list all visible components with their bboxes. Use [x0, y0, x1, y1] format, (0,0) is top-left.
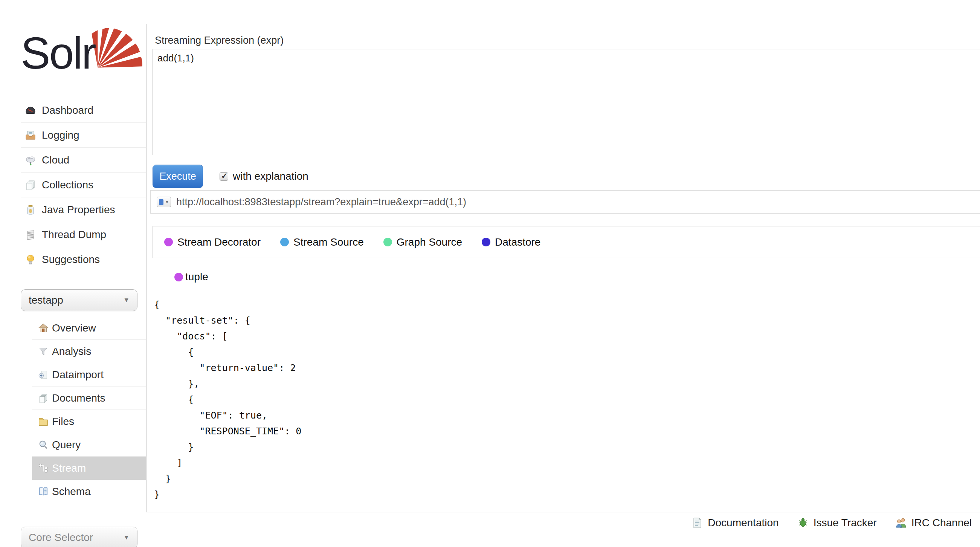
cloud-icon: [24, 154, 37, 166]
sidebar-item-logging[interactable]: Logging: [21, 123, 146, 148]
with-explanation-label[interactable]: with explanation: [233, 170, 309, 182]
result-json: { "result-set": { "docs": [ { "return-va…: [154, 297, 301, 502]
core-menu-item-label: Schema: [52, 486, 91, 498]
core-menu-item-files[interactable]: Files: [32, 410, 146, 433]
logging-icon: [24, 129, 37, 141]
core-selector-dropdown[interactable]: Core Selector ▼: [21, 527, 137, 547]
request-url-box: ▼ http://localhost:8983testapp/stream?ex…: [150, 190, 980, 214]
core-menu-item-overview[interactable]: Overview: [32, 316, 146, 340]
core-dropdown[interactable]: testapp ▼: [21, 289, 137, 311]
files-icon: [38, 416, 49, 427]
core-menu-item-label: Dataimport: [52, 369, 103, 381]
legend-item-graph-source: Graph Source: [383, 236, 462, 248]
sidebar-item-thread-dump[interactable]: Thread Dump: [21, 222, 146, 247]
sidebar-item-java-properties[interactable]: Java Properties: [21, 198, 146, 222]
core-menu-item-analysis[interactable]: Analysis: [32, 340, 146, 363]
legend-item-stream-source: Stream Source: [280, 236, 364, 248]
query-icon: [38, 439, 49, 451]
sidebar-item-label: Cloud: [42, 154, 69, 166]
suggestions-icon: [24, 254, 37, 266]
core-menu-item-label: Query: [52, 439, 81, 451]
overview-icon: [38, 322, 49, 334]
stream-decorator-dot-icon: [164, 238, 173, 246]
solr-logo[interactable]: Solr: [21, 17, 149, 85]
footer-link-issue-tracker[interactable]: Issue Tracker: [797, 517, 877, 529]
solr-logo-text: Solr: [21, 27, 95, 79]
stream-panel: Streaming Expression (expr) add(1,1) Exe…: [146, 24, 980, 512]
expression-input[interactable]: add(1,1): [153, 49, 980, 155]
documents-icon: [38, 392, 49, 404]
core-menu-item-stream[interactable]: Stream: [32, 456, 146, 480]
graph-source-dot-icon: [383, 238, 392, 246]
stream-legend: Stream Decorator Stream Source Graph Sou…: [153, 226, 980, 258]
sidebar: Solr Dashboard Logging Cloud Collections…: [0, 0, 146, 547]
core-menu-item-label: Stream: [52, 462, 86, 474]
core-menu: Overview Analysis Dataimport Documents F…: [32, 316, 146, 503]
sidebar-item-label: Collections: [42, 179, 94, 191]
with-explanation-checkbox[interactable]: [220, 172, 228, 181]
dashboard-icon: [24, 104, 37, 116]
sidebar-item-label: Thread Dump: [42, 229, 106, 241]
solr-sunburst-icon: [89, 17, 150, 77]
chevron-down-icon: ▼: [123, 534, 130, 541]
sidebar-item-label: Java Properties: [42, 204, 115, 216]
legend-item-stream-decorator: Stream Decorator: [164, 236, 261, 248]
footer: Documentation Issue Tracker IRC Channel: [673, 517, 972, 529]
chevron-down-icon: ▼: [123, 297, 130, 304]
sidebar-item-collections[interactable]: Collections: [21, 172, 146, 198]
stream-source-dot-icon: [280, 238, 289, 246]
sidebar-item-suggestions[interactable]: Suggestions: [21, 247, 146, 272]
dataimport-icon: [38, 369, 49, 381]
core-menu-item-label: Files: [52, 416, 74, 427]
analysis-icon: [38, 346, 49, 357]
sidebar-item-label: Suggestions: [42, 254, 100, 266]
core-menu-item-label: Overview: [52, 322, 96, 334]
bug-icon: [797, 517, 809, 529]
core-menu-item-documents[interactable]: Documents: [32, 386, 146, 410]
core-menu-item-label: Analysis: [52, 346, 91, 357]
people-icon: [895, 517, 907, 529]
expression-label: Streaming Expression (expr): [155, 35, 283, 46]
java-properties-icon: [24, 204, 37, 216]
schema-icon: [38, 486, 49, 497]
core-menu-item-schema[interactable]: Schema: [32, 480, 146, 503]
footer-link-documentation[interactable]: Documentation: [691, 517, 778, 529]
core-menu-item-label: Documents: [52, 392, 105, 404]
sidebar-item-label: Logging: [42, 129, 80, 141]
collections-icon: [24, 179, 37, 191]
legend-item-datastore: Datastore: [482, 236, 541, 248]
execute-row: Execute with explanation: [153, 164, 309, 188]
execute-button[interactable]: Execute: [153, 164, 203, 188]
core-menu-item-dataimport[interactable]: Dataimport: [32, 363, 146, 386]
explanation-node-tuple[interactable]: tuple: [174, 271, 208, 283]
sidebar-item-cloud[interactable]: Cloud: [21, 148, 146, 172]
core-selector-placeholder: Core Selector: [29, 531, 93, 544]
documentation-icon: [691, 517, 703, 529]
footer-link-irc-channel[interactable]: IRC Channel: [895, 517, 972, 529]
stream-icon: [38, 462, 49, 474]
tuple-dot-icon: [174, 273, 183, 281]
core-menu-item-query[interactable]: Query: [32, 433, 146, 456]
main-menu: Dashboard Logging Cloud Collections Java…: [21, 98, 146, 272]
sidebar-item-label: Dashboard: [42, 104, 94, 116]
sidebar-item-dashboard[interactable]: Dashboard: [21, 98, 146, 123]
datastore-dot-icon: [482, 238, 490, 246]
url-bar-icon: ▼: [157, 197, 171, 207]
core-dropdown-value: testapp: [29, 294, 63, 306]
request-url[interactable]: http://localhost:8983testapp/stream?expl…: [176, 196, 466, 208]
thread-dump-icon: [24, 229, 37, 241]
